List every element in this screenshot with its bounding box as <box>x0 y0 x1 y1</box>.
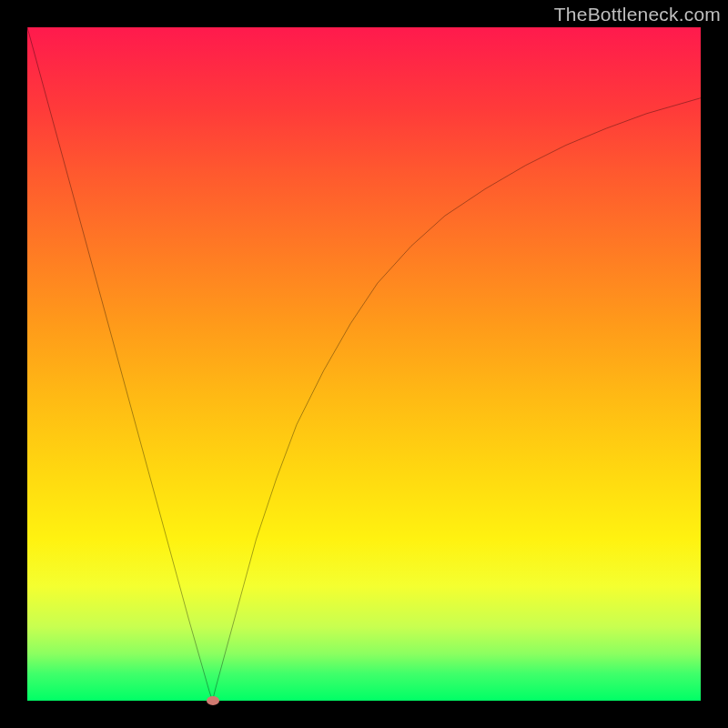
bottleneck-curve <box>27 27 701 701</box>
plot-area <box>27 27 701 701</box>
chart-frame: TheBottleneck.com <box>0 0 728 728</box>
optimal-point-marker <box>207 696 219 705</box>
watermark-text: TheBottleneck.com <box>554 4 721 25</box>
curve-svg <box>27 27 701 701</box>
